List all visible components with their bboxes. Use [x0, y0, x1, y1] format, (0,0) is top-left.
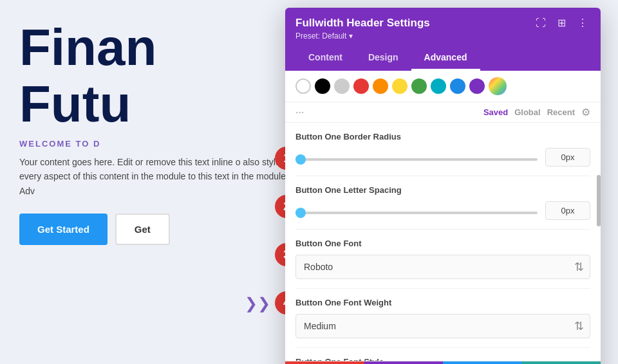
redo-button[interactable]: ↻ — [443, 361, 522, 364]
get-started-button[interactable]: Get Started — [19, 214, 108, 245]
style-recent[interactable]: Recent — [547, 107, 575, 117]
expand-icon-button[interactable]: ⛶ — [533, 16, 548, 30]
font-weight-select[interactable]: Thin Light Regular Medium Bold Black — [295, 314, 590, 338]
border-radius-slider[interactable] — [295, 158, 538, 161]
page-body-text: Your content goes here. Edit or remove t… — [19, 155, 290, 198]
tab-design[interactable]: Design — [355, 46, 411, 71]
scrollbar[interactable] — [597, 175, 601, 226]
swatch-red[interactable] — [353, 78, 369, 94]
field-font-weight: Button One Font Weight Thin Light Regula… — [295, 289, 590, 348]
swatch-gray[interactable] — [334, 78, 350, 94]
page-title: Finan Futu — [19, 19, 156, 132]
style-global[interactable]: Global — [514, 107, 540, 117]
tab-advanced[interactable]: Advanced — [411, 46, 480, 71]
border-radius-label: Button One Border Radius — [295, 132, 590, 141]
field-font-style: Button One Font Style — [295, 348, 590, 361]
letter-spacing-value-input[interactable] — [545, 201, 590, 220]
font-weight-select-wrapper: Thin Light Regular Medium Bold Black ⇅ — [295, 314, 590, 338]
preset-selector[interactable]: Preset: Default ▾ — [295, 32, 590, 41]
swatch-blue[interactable] — [450, 78, 465, 94]
letter-spacing-slider[interactable] — [295, 212, 538, 214]
cancel-button[interactable]: ✕ — [285, 361, 364, 364]
swatch-teal[interactable] — [431, 78, 446, 94]
border-radius-value-input[interactable] — [545, 148, 590, 167]
undo-button[interactable]: ↺ — [364, 361, 444, 364]
swatch-purple[interactable] — [469, 78, 485, 94]
panel-footer: ✕ ↺ ↻ ✓ — [285, 361, 601, 364]
font-select[interactable]: Roboto Open Sans Lato Montserrat — [295, 255, 590, 279]
secondary-button[interactable]: Get — [115, 214, 170, 245]
panel-content: Button One Border Radius Button One Lett… — [285, 123, 601, 361]
swatch-white[interactable] — [295, 78, 311, 94]
panel-title-row: Fullwidth Header Settings ⛶ ⊞ ⋮ — [295, 15, 590, 30]
border-radius-slider-row — [295, 148, 590, 167]
font-label: Button One Font — [295, 239, 590, 248]
swatch-yellow[interactable] — [392, 78, 407, 94]
style-options-row: ··· Saved Global Recent ⚙ — [285, 102, 601, 123]
letter-spacing-slider-wrapper — [295, 205, 538, 217]
font-weight-label: Button One Font Weight — [295, 298, 590, 307]
field-letter-spacing: Button One Letter Spacing — [295, 176, 590, 230]
grid-icon-button[interactable]: ⊞ — [555, 15, 568, 30]
panel-title: Fullwidth Header Settings — [295, 17, 430, 30]
swatch-gradient[interactable] — [489, 77, 507, 95]
style-saved[interactable]: Saved — [483, 107, 508, 117]
panel-tabs: Content Design Advanced — [295, 46, 590, 71]
swatch-green[interactable] — [411, 78, 427, 94]
style-dots[interactable]: ··· — [295, 107, 477, 118]
panel-icon-group: ⛶ ⊞ ⋮ — [533, 15, 590, 30]
border-radius-slider-wrapper — [295, 152, 538, 163]
color-swatches-row — [285, 71, 601, 102]
more-options-button[interactable]: ⋮ — [575, 15, 590, 30]
tab-content[interactable]: Content — [295, 46, 355, 71]
letter-spacing-slider-row — [295, 201, 590, 220]
save-button[interactable]: ✓ — [522, 361, 601, 364]
page-subtitle: Welcome to D — [19, 139, 100, 149]
field-font: Button One Font Roboto Open Sans Lato Mo… — [295, 230, 590, 289]
font-select-wrapper: Roboto Open Sans Lato Montserrat ⇅ — [295, 255, 590, 279]
swatch-orange[interactable] — [373, 78, 388, 94]
letter-spacing-label: Button One Letter Spacing — [295, 185, 590, 195]
page-buttons: Get Started Get — [19, 214, 170, 245]
panel-header: Fullwidth Header Settings ⛶ ⊞ ⋮ Preset: … — [285, 8, 601, 71]
swatch-black[interactable] — [315, 78, 330, 94]
field-border-radius: Button One Border Radius — [295, 123, 590, 176]
gear-icon[interactable]: ⚙ — [581, 106, 590, 118]
settings-panel: Fullwidth Header Settings ⛶ ⊞ ⋮ Preset: … — [285, 8, 601, 364]
scroll-indicator: ❯❯ — [245, 295, 270, 313]
